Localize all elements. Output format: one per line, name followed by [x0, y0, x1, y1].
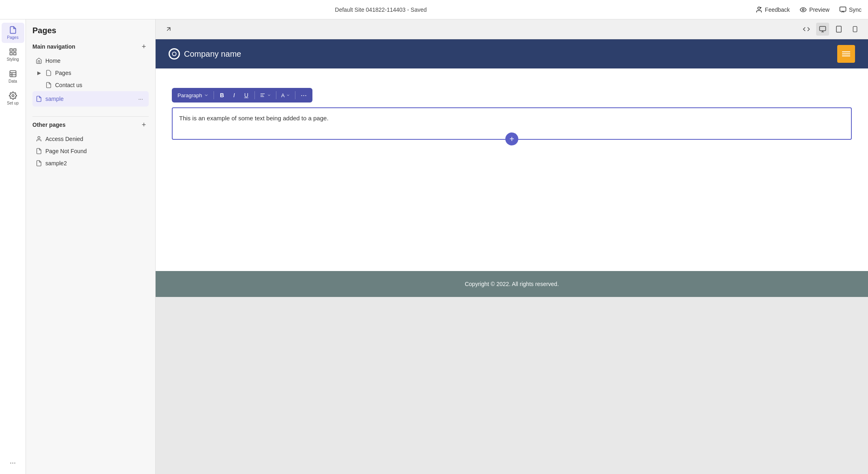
preview-button[interactable]: Preview — [800, 6, 830, 13]
website-preview: Company name Parag — [156, 39, 868, 474]
font-dropdown[interactable]: A — [279, 91, 293, 100]
format-toolbar: Paragraph B I U — [172, 88, 312, 102]
feedback-icon — [755, 6, 763, 13]
folder-icon — [45, 70, 52, 76]
desktop-view-button[interactable] — [816, 23, 829, 36]
svg-rect-19 — [853, 26, 857, 32]
sync-button[interactable]: Sync — [839, 6, 862, 13]
site-logo: Company name — [169, 48, 241, 60]
editor-topbar-left — [162, 23, 175, 36]
add-other-pages-button[interactable]: + — [139, 120, 149, 130]
tablet-view-button[interactable] — [832, 23, 845, 36]
code-icon — [803, 26, 810, 33]
italic-button[interactable]: I — [229, 90, 240, 101]
sidebar-more-button[interactable]: ··· — [2, 456, 24, 469]
sidebar-item-pages[interactable]: Pages — [2, 23, 24, 43]
contact-us-label: Contact us — [55, 82, 145, 88]
arrow-tool-button[interactable] — [162, 23, 175, 36]
svg-point-12 — [12, 95, 14, 97]
data-icon — [9, 70, 17, 78]
add-main-nav-button[interactable]: + — [139, 42, 149, 51]
underline-button[interactable]: U — [241, 90, 252, 101]
site-title: Default Site 041822-114403 - Saved — [335, 6, 427, 13]
site-body: Paragraph B I U — [156, 68, 868, 271]
sync-icon — [839, 6, 847, 13]
svg-rect-5 — [13, 49, 16, 51]
nav-item-home[interactable]: Home — [32, 55, 149, 67]
page-icon-contact — [45, 82, 52, 88]
sidebar-item-styling[interactable]: Styling — [2, 45, 24, 65]
svg-rect-17 — [836, 26, 841, 32]
nav-item-sample[interactable]: sample ··· — [32, 91, 149, 107]
user-icon — [36, 136, 42, 142]
other-pages-header: Other pages + — [32, 120, 149, 130]
sidebar-divider — [32, 116, 149, 117]
feedback-label: Feedback — [765, 6, 790, 13]
nav-item-contact-us[interactable]: Contact us — [42, 79, 149, 91]
sidebar-item-setup[interactable]: Set up — [2, 88, 24, 109]
site-footer: Copyright © 2022. All rights reserved. — [156, 271, 868, 297]
main-layout: Pages Styling Data Set up ··· Pages Main… — [0, 19, 868, 474]
svg-point-13 — [38, 137, 40, 139]
sample-label: sample — [45, 96, 133, 102]
company-name: Company name — [184, 49, 241, 59]
svg-point-0 — [758, 7, 760, 9]
arrow-tool-icon — [165, 26, 172, 33]
pages-title: Pages — [26, 26, 155, 42]
svg-point-2 — [802, 9, 804, 11]
paragraph-dropdown[interactable]: Paragraph — [175, 91, 211, 100]
topbar-right: Feedback Preview Sync — [755, 6, 862, 13]
pages-sub-items: Contact us — [32, 79, 149, 91]
editor-topbar-right — [800, 23, 862, 36]
add-block-button[interactable]: + — [505, 132, 518, 145]
svg-rect-4 — [10, 49, 12, 51]
nav-item-pages-folder[interactable]: ▶ Pages — [32, 67, 149, 79]
content-area: Company name Parag — [156, 19, 868, 474]
sync-label: Sync — [849, 6, 862, 13]
font-label: A — [281, 92, 285, 98]
svg-rect-7 — [13, 53, 16, 55]
svg-point-1 — [760, 7, 761, 8]
sample-more-button[interactable]: ··· — [136, 94, 145, 104]
svg-point-21 — [172, 52, 176, 56]
pages-icon — [9, 26, 17, 34]
toolbar-divider-3 — [276, 91, 276, 99]
editor-text: This is an example of some text being ad… — [179, 115, 844, 122]
text-editor-box[interactable]: This is an example of some text being ad… — [172, 107, 852, 140]
pages-expand-button[interactable]: ▶ — [36, 70, 42, 76]
more-options-button[interactable]: ··· — [298, 90, 309, 101]
alignment-dropdown[interactable] — [257, 91, 274, 100]
page-icon-sample2 — [36, 160, 42, 167]
sample2-label: sample2 — [45, 160, 145, 167]
editor-topbar — [156, 19, 868, 39]
svg-rect-8 — [10, 71, 16, 77]
main-nav-section: Main navigation + Home ▶ Pages Contact u… — [26, 42, 155, 107]
page-icon-notfound — [36, 148, 42, 154]
align-icon — [260, 92, 265, 98]
access-denied-label: Access Denied — [45, 136, 145, 142]
setup-icon — [9, 92, 17, 100]
logo-icon — [169, 48, 180, 60]
other-pages-section: Other pages + Access Denied Page Not Fou… — [26, 120, 155, 169]
sidebar-item-data[interactable]: Data — [2, 66, 24, 87]
feedback-button[interactable]: Feedback — [755, 6, 790, 13]
bold-button[interactable]: B — [216, 90, 228, 101]
font-chevron-icon — [286, 93, 290, 97]
main-nav-label: Main navigation — [32, 43, 75, 50]
nav-item-access-denied[interactable]: Access Denied — [32, 133, 149, 145]
preview-icon — [800, 6, 807, 13]
footer-copyright: Copyright © 2022. All rights reserved. — [465, 281, 559, 287]
nav-item-page-not-found[interactable]: Page Not Found — [32, 145, 149, 157]
toolbar-divider-4 — [295, 91, 295, 99]
nav-item-sample2[interactable]: sample2 — [32, 157, 149, 169]
mobile-view-button[interactable] — [849, 23, 862, 36]
pages-folder-label: Pages — [55, 70, 145, 76]
code-view-button[interactable] — [800, 23, 813, 36]
page-not-found-label: Page Not Found — [45, 148, 145, 154]
desktop-icon — [819, 26, 826, 33]
toolbar-divider-2 — [254, 91, 255, 99]
icon-sidebar: Pages Styling Data Set up ··· — [0, 19, 26, 474]
site-menu-button[interactable] — [837, 45, 855, 63]
toolbar-divider-1 — [214, 91, 214, 99]
mobile-icon — [852, 26, 858, 33]
